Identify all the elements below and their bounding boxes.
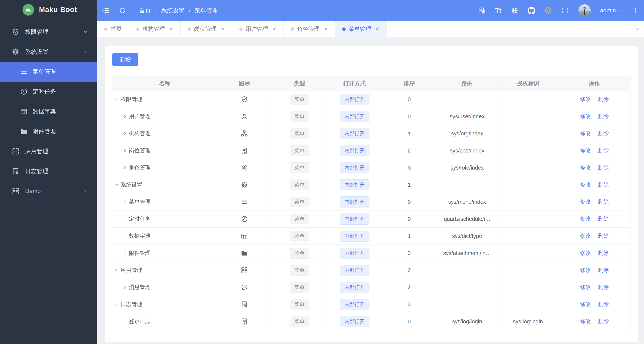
fullscreen-icon[interactable] — [562, 7, 569, 14]
tab-close-icon[interactable]: ✕ — [324, 26, 328, 32]
edit-link[interactable]: 修改 — [580, 216, 591, 222]
delete-link[interactable]: 删除 — [598, 113, 609, 119]
expand-arrow-icon[interactable] — [114, 97, 120, 102]
breadcrumb-item: 菜单管理 — [194, 7, 218, 15]
open-mode-tag: 内部打开 — [340, 282, 370, 293]
globe-icon[interactable] — [511, 7, 518, 14]
sort-cell: 1 — [382, 228, 436, 245]
expand-arrow-icon[interactable] — [122, 251, 129, 256]
expand-arrow-icon[interactable] — [114, 268, 120, 273]
edit-link[interactable]: 修改 — [580, 318, 591, 324]
edit-link[interactable]: 修改 — [580, 301, 591, 307]
edit-link[interactable]: 修改 — [580, 267, 591, 273]
expand-arrow-icon[interactable] — [114, 302, 120, 307]
refresh-icon[interactable] — [119, 7, 126, 14]
expand-arrow-icon[interactable] — [122, 131, 129, 136]
expand-arrow-icon[interactable] — [122, 165, 129, 170]
tab-item[interactable]: 机构管理✕ — [129, 21, 180, 37]
breadcrumb-item[interactable]: 首页 — [139, 7, 151, 15]
table-row: 登录日志菜单内部打开0sys/log/loginsys:log:login修改删… — [112, 313, 630, 330]
type-cell: 菜单 — [272, 279, 327, 296]
avatar[interactable] — [578, 4, 591, 17]
delete-link[interactable]: 删除 — [598, 147, 609, 153]
id-card-icon — [240, 318, 248, 325]
header-right: Tt — [478, 4, 639, 17]
expand-arrow-icon[interactable] — [122, 199, 129, 204]
sidebar-item[interactable]: 菜单管理 — [0, 62, 97, 82]
tab-close-icon[interactable]: ✕ — [169, 26, 173, 32]
delete-link[interactable]: 删除 — [598, 216, 609, 222]
actions-cell: 修改删除 — [558, 159, 630, 176]
expand-arrow-icon[interactable] — [122, 114, 129, 119]
expand-arrow-icon[interactable] — [122, 285, 129, 290]
tab-item[interactable]: 岗位管理✕ — [180, 21, 232, 37]
expand-arrow-icon[interactable] — [122, 148, 129, 153]
sidebar-item[interactable]: 定时任务 — [0, 82, 97, 102]
table-row: 定时任务菜单内部打开0quartz/schedule/i…修改删除 — [112, 211, 630, 228]
expand-arrow-icon[interactable] — [122, 234, 129, 238]
delete-link[interactable]: 删除 — [598, 96, 609, 102]
delete-link[interactable]: 删除 — [598, 164, 609, 170]
tab-item[interactable]: 角色管理✕ — [284, 21, 335, 37]
delete-link[interactable]: 删除 — [598, 284, 609, 290]
translate-icon[interactable] — [478, 7, 486, 14]
tab-item[interactable]: 首页 — [97, 21, 129, 37]
type-tag: 菜单 — [290, 231, 309, 241]
open-mode-tag: 内部打开 — [340, 94, 370, 105]
tabs-dropdown-icon[interactable] — [631, 21, 644, 37]
sort-cell: 3 — [382, 245, 436, 262]
icon-cell — [217, 159, 272, 176]
edit-link[interactable]: 修改 — [580, 113, 591, 119]
gitee-icon[interactable] — [544, 7, 552, 14]
github-icon[interactable] — [528, 7, 535, 14]
open-mode-cell: 内部打开 — [327, 296, 382, 313]
folder-icon — [240, 249, 248, 257]
sidebar-item[interactable]: Demo — [0, 181, 97, 201]
edit-link[interactable]: 修改 — [580, 147, 591, 153]
tab-close-icon[interactable]: ✕ — [375, 26, 380, 32]
font-size-icon[interactable]: Tt — [495, 7, 501, 14]
sidebar-item[interactable]: 日志管理 — [0, 161, 97, 181]
type-cell: 菜单 — [272, 313, 327, 330]
open-mode-tag: 内部打开 — [340, 248, 370, 259]
sitemap-icon — [240, 130, 248, 137]
edit-link[interactable]: 修改 — [580, 233, 591, 239]
sidebar-item[interactable]: 应用管理 — [0, 141, 97, 161]
tab-item[interactable]: 菜单管理✕ — [335, 21, 387, 37]
delete-link[interactable]: 删除 — [598, 301, 609, 307]
actions-cell: 修改删除 — [558, 296, 630, 313]
edit-link[interactable]: 修改 — [580, 284, 591, 290]
sidebar-item[interactable]: 数据字典 — [0, 102, 97, 121]
add-button[interactable]: 新增 — [112, 53, 138, 66]
kebab-menu-icon[interactable] — [632, 7, 639, 14]
delete-link[interactable]: 删除 — [598, 250, 609, 256]
edit-link[interactable]: 修改 — [580, 96, 591, 102]
delete-link[interactable]: 删除 — [598, 267, 609, 273]
edit-link[interactable]: 修改 — [580, 130, 591, 136]
user-menu[interactable]: admin — [600, 7, 623, 14]
delete-link[interactable]: 删除 — [598, 318, 609, 324]
route-cell: quartz/schedule/i… — [436, 211, 498, 228]
delete-link[interactable]: 删除 — [598, 199, 609, 205]
tab-item[interactable]: 用户管理✕ — [232, 21, 284, 37]
open-mode-tag: 内部打开 — [340, 111, 370, 122]
edit-link[interactable]: 修改 — [580, 164, 591, 170]
sidebar-item[interactable]: 附件管理 — [0, 121, 97, 141]
edit-link[interactable]: 修改 — [580, 199, 591, 205]
collapse-sidebar-icon[interactable] — [102, 7, 109, 14]
delete-link[interactable]: 删除 — [598, 233, 609, 239]
edit-link[interactable]: 修改 — [580, 182, 591, 188]
tab-close-icon[interactable]: ✕ — [272, 26, 276, 32]
delete-link[interactable]: 删除 — [598, 182, 609, 188]
sidebar-item[interactable]: 系统设置 — [0, 42, 97, 62]
expand-arrow-icon[interactable] — [122, 217, 129, 221]
delete-link[interactable]: 删除 — [598, 130, 609, 136]
breadcrumb-item[interactable]: 系统设置 — [161, 7, 184, 15]
sidebar-item[interactable]: 权限管理 — [0, 22, 97, 42]
edit-link[interactable]: 修改 — [580, 250, 591, 256]
tab-close-icon[interactable]: ✕ — [221, 26, 225, 32]
folder-icon — [20, 127, 28, 135]
header-left: 首页›系统设置›菜单管理 — [102, 7, 218, 15]
sidebar-menu: 权限管理系统设置菜单管理定时任务数据字典附件管理应用管理日志管理Demo — [0, 19, 97, 201]
expand-arrow-icon[interactable] — [114, 182, 120, 187]
